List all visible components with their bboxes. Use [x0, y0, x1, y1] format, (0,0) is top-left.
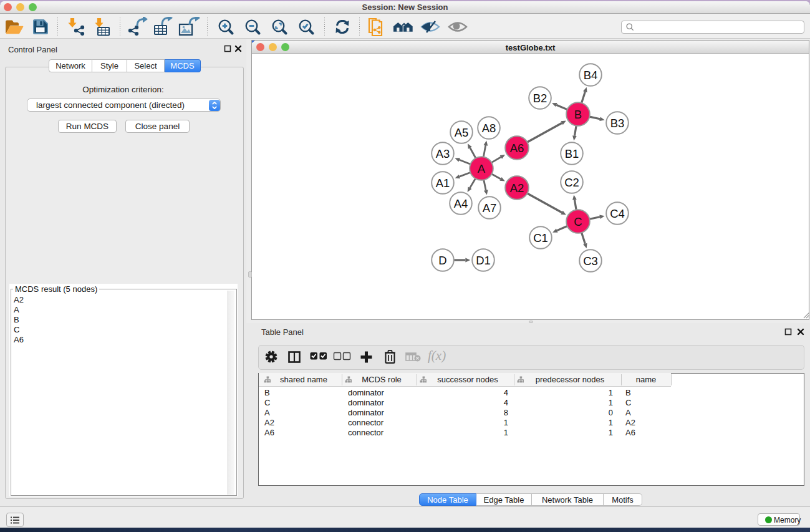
svg-text:B3: B3	[610, 117, 625, 130]
svg-text:B2: B2	[533, 92, 547, 105]
svg-text:A6: A6	[510, 142, 524, 155]
svg-text:C: C	[574, 215, 582, 228]
svg-text:B4: B4	[584, 69, 598, 82]
svg-text:B1: B1	[565, 147, 579, 160]
svg-text:A4: A4	[454, 197, 468, 210]
svg-text:A: A	[478, 162, 486, 175]
svg-text:C4: C4	[610, 207, 625, 220]
svg-text:A7: A7	[483, 201, 497, 215]
svg-text:B: B	[574, 108, 582, 121]
svg-text:C1: C1	[533, 231, 548, 244]
svg-text:A2: A2	[510, 181, 524, 195]
svg-text:D: D	[438, 254, 446, 267]
svg-text:A1: A1	[436, 177, 450, 190]
svg-text:A3: A3	[436, 147, 450, 160]
svg-text:D1: D1	[476, 254, 491, 267]
svg-text:C2: C2	[564, 176, 579, 189]
svg-text:A5: A5	[455, 126, 469, 139]
svg-text:A8: A8	[482, 122, 496, 135]
svg-text:C3: C3	[583, 254, 598, 268]
